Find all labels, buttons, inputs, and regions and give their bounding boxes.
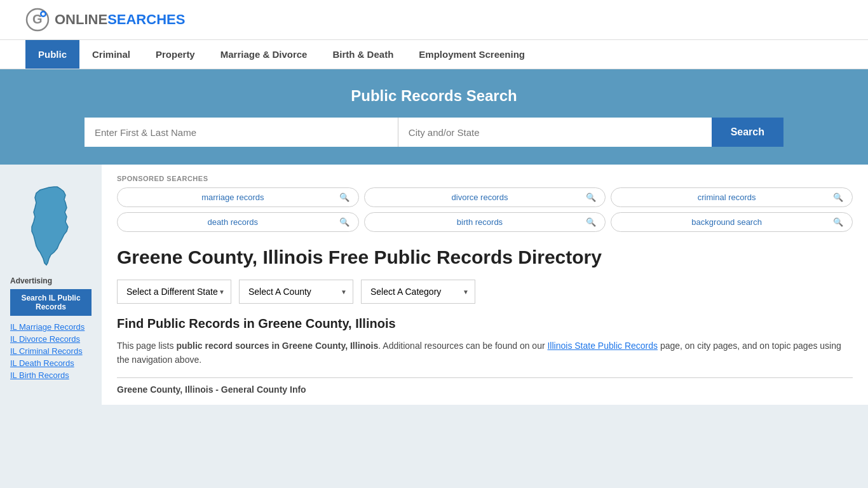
hero-section: Public Records Search Search (0, 69, 868, 165)
tag-birth-records[interactable]: birth records 🔍 (364, 212, 606, 232)
nav-item-property[interactable]: Property (143, 40, 208, 69)
find-title: Find Public Records in Greene County, Il… (117, 316, 853, 331)
logo-icon: G (25, 8, 50, 32)
state-dropdown-wrap: Select a Different State (117, 280, 231, 304)
hero-title: Public Records Search (25, 87, 843, 105)
nav-item-birth-death[interactable]: Birth & Death (320, 40, 406, 69)
sidebar-link-marriage[interactable]: IL Marriage Records (10, 322, 92, 332)
logo: G ONLINESEARCHES (25, 8, 185, 32)
header: G ONLINESEARCHES (0, 0, 868, 40)
search-icon-marriage: 🔍 (339, 193, 349, 202)
search-form: Search (85, 118, 783, 147)
logo-text: ONLINESEARCHES (55, 11, 185, 28)
logo-online: ONLINE (55, 11, 107, 27)
general-info-title: Greene County, Illinois - General County… (117, 384, 853, 395)
county-dropdown[interactable]: Select A County (239, 280, 353, 304)
main-container: Advertising Search IL Public Records IL … (0, 165, 868, 405)
tag-birth-label: birth records (374, 217, 587, 227)
nav-item-employment[interactable]: Employment Screening (406, 40, 538, 69)
county-dropdown-wrap: Select A County (239, 280, 353, 304)
name-input[interactable] (85, 118, 398, 147)
state-dropdown[interactable]: Select a Different State (117, 280, 231, 304)
advertising-label: Advertising (10, 276, 92, 285)
sidebar-link-birth[interactable]: IL Birth Records (10, 370, 92, 380)
tag-death-records[interactable]: death records 🔍 (117, 212, 359, 232)
search-icon-criminal: 🔍 (833, 193, 843, 202)
sponsored-section: SPONSORED SEARCHES marriage records 🔍 di… (117, 175, 853, 232)
tag-death-label: death records (126, 217, 339, 227)
ad-search-button[interactable]: Search IL Public Records (10, 289, 92, 316)
search-icon-death: 🔍 (339, 217, 349, 227)
logo-searches: SEARCHES (107, 11, 185, 27)
nav-item-criminal[interactable]: Criminal (79, 40, 143, 69)
category-dropdown-wrap: Select A Category (361, 280, 475, 304)
main-nav: Public Criminal Property Marriage & Divo… (0, 40, 868, 69)
tag-criminal-records[interactable]: criminal records 🔍 (611, 187, 853, 207)
nav-item-marriage-divorce[interactable]: Marriage & Divorce (208, 40, 320, 69)
search-icon-divorce: 🔍 (586, 193, 596, 202)
sponsored-label: SPONSORED SEARCHES (117, 175, 853, 182)
tag-criminal-label: criminal records (620, 193, 833, 202)
search-button[interactable]: Search (712, 118, 783, 147)
page-title: Greene County, Illinois Free Public Reco… (117, 245, 853, 269)
search-tags: marriage records 🔍 divorce records 🔍 cri… (117, 187, 853, 232)
sidebar-link-death[interactable]: IL Death Records (10, 358, 92, 368)
illinois-map (22, 184, 79, 266)
sidebar: Advertising Search IL Public Records IL … (0, 165, 102, 405)
svg-point-3 (42, 13, 45, 16)
sidebar-link-divorce[interactable]: IL Divorce Records (10, 334, 92, 344)
tag-marriage-records[interactable]: marriage records 🔍 (117, 187, 359, 207)
tag-divorce-label: divorce records (374, 193, 587, 202)
tag-background-search[interactable]: background search 🔍 (611, 212, 853, 232)
nav-item-public[interactable]: Public (25, 40, 79, 69)
general-info-divider: Greene County, Illinois - General County… (117, 377, 853, 395)
dropdown-row: Select a Different State Select A County… (117, 280, 853, 304)
advertising-section: Advertising Search IL Public Records IL … (10, 276, 92, 380)
tag-marriage-label: marriage records (126, 193, 339, 202)
find-text-middle: . Additional resources can be found on o… (378, 341, 547, 351)
find-section: Find Public Records in Greene County, Il… (117, 316, 853, 367)
search-icon-birth: 🔍 (586, 217, 596, 227)
find-link[interactable]: Illinois State Public Records (547, 341, 658, 351)
location-input[interactable] (398, 118, 712, 147)
sidebar-link-criminal[interactable]: IL Criminal Records (10, 346, 92, 356)
find-text-bold: public record sources in Greene County, … (176, 341, 378, 351)
find-text-before: This page lists (117, 341, 176, 351)
category-dropdown[interactable]: Select A Category (361, 280, 475, 304)
tag-divorce-records[interactable]: divorce records 🔍 (364, 187, 606, 207)
tag-background-label: background search (620, 217, 833, 227)
content-area: SPONSORED SEARCHES marriage records 🔍 di… (102, 165, 868, 405)
state-map-area (10, 177, 92, 276)
find-text: This page lists public record sources in… (117, 339, 853, 367)
search-icon-background: 🔍 (833, 217, 843, 227)
